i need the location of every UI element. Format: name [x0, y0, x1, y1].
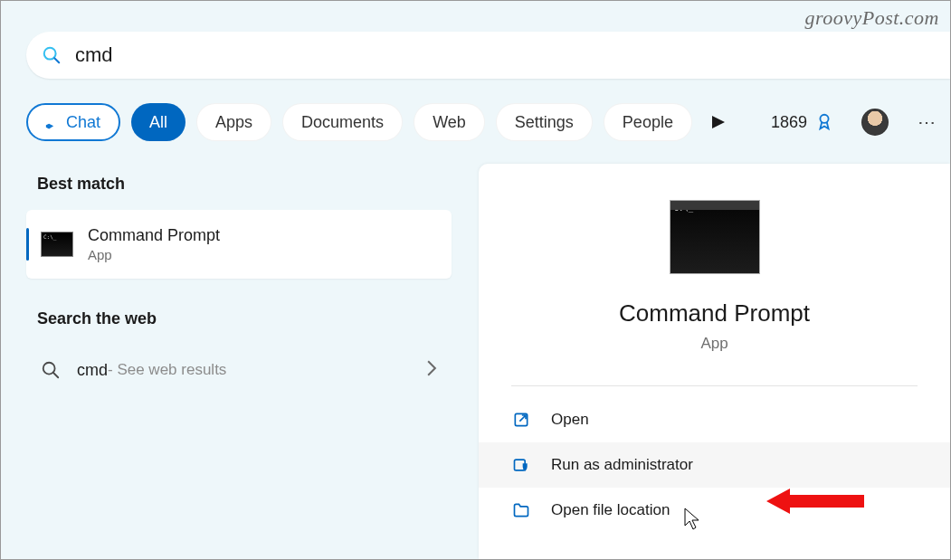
- svg-point-2: [820, 115, 828, 123]
- result-subtitle: App: [88, 247, 220, 262]
- apps-pill-label: Apps: [215, 113, 252, 132]
- search-icon: [41, 44, 62, 66]
- web-result-row[interactable]: cmd - See web results: [26, 345, 452, 395]
- more-filters-icon[interactable]: [708, 112, 728, 132]
- action-run-admin[interactable]: Run as administrator: [479, 442, 950, 488]
- settings-pill-label: Settings: [515, 113, 574, 132]
- search-input[interactable]: [75, 43, 437, 67]
- open-icon: [511, 410, 531, 430]
- rewards-points[interactable]: 1869: [771, 112, 834, 132]
- cmd-app-icon: [41, 232, 73, 257]
- search-icon: [41, 360, 61, 380]
- rewards-badge-icon: [814, 112, 834, 132]
- detail-panel: Command Prompt App Open Run as administr…: [479, 164, 950, 559]
- svg-line-4: [53, 373, 59, 378]
- action-open-location-label: Open file location: [551, 501, 670, 519]
- results-column: Best match Command Prompt App Search the…: [26, 175, 452, 395]
- divider: [511, 385, 918, 386]
- action-run-admin-label: Run as administrator: [551, 456, 693, 474]
- all-pill-label: All: [149, 113, 167, 132]
- documents-pill-label: Documents: [301, 113, 384, 132]
- bing-chat-icon: [41, 113, 59, 131]
- chevron-right-icon: [426, 360, 437, 380]
- user-avatar[interactable]: [861, 109, 889, 136]
- web-pill-label: Web: [433, 113, 466, 132]
- action-open-location[interactable]: Open file location: [479, 488, 950, 533]
- best-match-heading: Best match: [37, 175, 452, 194]
- detail-title: Command Prompt: [479, 299, 950, 327]
- chat-pill[interactable]: Chat: [26, 103, 120, 141]
- search-bar[interactable]: [26, 32, 950, 79]
- svg-line-1: [54, 58, 59, 62]
- documents-pill[interactable]: Documents: [282, 103, 403, 141]
- watermark-text: groovyPost.com: [804, 6, 939, 30]
- action-open[interactable]: Open: [479, 397, 950, 442]
- web-pill[interactable]: Web: [414, 103, 485, 141]
- web-result-hint: - See web results: [108, 361, 226, 379]
- chat-pill-label: Chat: [66, 113, 100, 132]
- result-title: Command Prompt: [88, 226, 220, 245]
- best-match-result[interactable]: Command Prompt App: [26, 210, 452, 279]
- cmd-large-icon: [670, 200, 760, 274]
- rewards-count: 1869: [771, 113, 807, 132]
- filter-row: Chat All Apps Documents Web Settings Peo…: [26, 102, 950, 142]
- people-pill-label: People: [623, 113, 673, 132]
- web-result-term: cmd: [77, 361, 108, 380]
- detail-subtitle: App: [479, 335, 950, 353]
- folder-icon: [511, 500, 531, 520]
- action-open-label: Open: [551, 411, 589, 429]
- admin-shield-icon: [511, 455, 531, 475]
- people-pill[interactable]: People: [604, 103, 692, 141]
- more-options-icon[interactable]: ⋯: [910, 106, 943, 138]
- search-web-heading: Search the web: [37, 309, 452, 328]
- all-pill[interactable]: All: [131, 103, 185, 141]
- apps-pill[interactable]: Apps: [196, 103, 271, 141]
- settings-pill[interactable]: Settings: [496, 103, 593, 141]
